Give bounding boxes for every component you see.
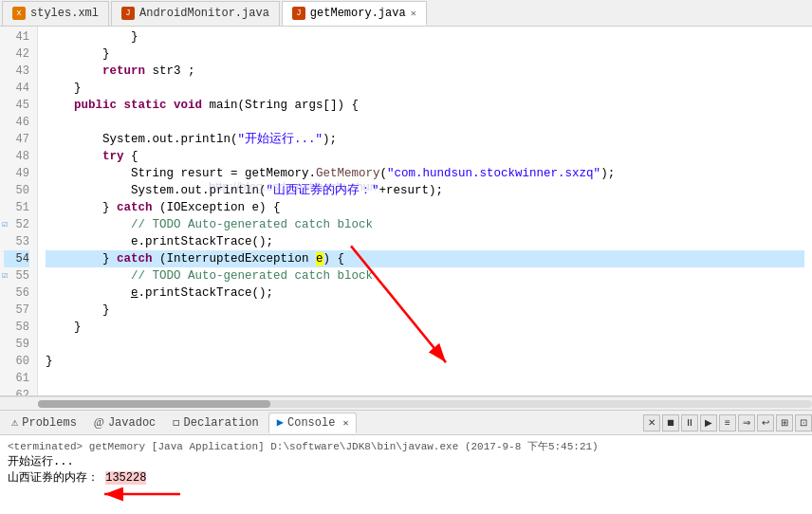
code-ln-61 bbox=[46, 370, 804, 387]
output-line2: 山西证券的内存： 135228 bbox=[8, 469, 804, 486]
code-ln-43: return str3 ; bbox=[46, 63, 804, 80]
ln-43: 43 bbox=[4, 63, 29, 80]
java-icon-memory: J bbox=[292, 7, 305, 20]
java-icon-monitor: J bbox=[121, 7, 135, 20]
tab-problems[interactable]: ⚠ Problems bbox=[4, 413, 84, 433]
bottom-panel: ⚠ Problems @ Javadoc ◻ Declaration ▶ Con… bbox=[0, 410, 812, 514]
forward-button[interactable]: ⇒ bbox=[738, 414, 755, 431]
ln-42: 42 bbox=[4, 46, 29, 63]
ln-46: 46 bbox=[4, 114, 29, 131]
code-ln-46 bbox=[46, 114, 804, 131]
xml-icon: x bbox=[12, 7, 26, 20]
console-icon: ▶ bbox=[277, 415, 284, 430]
code-editor: 41 42 43 44 45 46 47 48 49 50 51 52 53 5… bbox=[0, 27, 812, 396]
ln-54: 54 bbox=[4, 250, 29, 267]
line-numbers: 41 42 43 44 45 46 47 48 49 50 51 52 53 5… bbox=[0, 27, 38, 395]
code-ln-57: } bbox=[46, 302, 804, 319]
code-ln-53: e.printStackTrace(); bbox=[46, 233, 804, 250]
tab-styles-xml[interactable]: x styles.xml bbox=[2, 1, 109, 26]
tab-label-styles: styles.xml bbox=[30, 7, 99, 20]
tab-label-monitor: AndroidMonitor.java bbox=[139, 7, 269, 20]
ln-57: 57 bbox=[4, 302, 29, 319]
code-ln-58: } bbox=[46, 319, 804, 336]
code-ln-42: } bbox=[46, 46, 804, 63]
ln-56: 56 bbox=[4, 285, 29, 302]
ln-59: 59 bbox=[4, 336, 29, 353]
console-close-icon[interactable]: ✕ bbox=[342, 417, 348, 429]
output-prefix: 山西证券的内存： bbox=[8, 471, 105, 485]
ln-47: 47 bbox=[4, 131, 29, 148]
code-ln-41: } bbox=[46, 28, 804, 46]
ln-49: 49 bbox=[4, 165, 29, 182]
tab-console[interactable]: ▶ Console ✕ bbox=[268, 413, 358, 433]
pin-button[interactable]: ↩ bbox=[757, 414, 774, 431]
output-line1: 开始运行... bbox=[8, 453, 804, 469]
code-ln-54: } catch (InterruptedException e) { bbox=[46, 250, 804, 267]
tab-android-monitor[interactable]: J AndroidMonitor.java bbox=[111, 1, 280, 26]
problems-label: Problems bbox=[22, 416, 77, 430]
ln-62: 62 bbox=[4, 387, 29, 396]
ln-60: 60 bbox=[4, 353, 29, 370]
declaration-label: Declaration bbox=[184, 416, 259, 430]
code-ln-56: e.printStackTrace(); bbox=[46, 285, 804, 302]
ln-61: 61 bbox=[4, 370, 29, 387]
console-label: Console bbox=[287, 416, 335, 430]
code-ln-55: // TODO Auto-generated catch block bbox=[46, 267, 804, 285]
ln-53: 53 bbox=[4, 233, 29, 250]
ln-58: 58 bbox=[4, 319, 29, 336]
javadoc-label: Javadoc bbox=[108, 416, 156, 430]
terminate-button[interactable]: ⏹ bbox=[662, 414, 679, 431]
tab-label-memory: getMemory.java bbox=[310, 7, 406, 20]
run-button[interactable]: ▶ bbox=[700, 414, 717, 431]
javadoc-icon: @ bbox=[94, 415, 104, 430]
ln-45: 45 bbox=[4, 97, 29, 114]
tab-get-memory[interactable]: J getMemory.java ✕ bbox=[282, 1, 427, 26]
ln-44: 44 bbox=[4, 80, 29, 97]
ln-55: 55 bbox=[4, 267, 29, 285]
code-ln-59 bbox=[46, 336, 804, 353]
code-ln-50: System.out.println("山西证券的内存："+resurt); bbox=[46, 182, 804, 199]
scroll-button[interactable]: ⊡ bbox=[795, 414, 812, 431]
horizontal-scrollbar[interactable] bbox=[0, 396, 812, 410]
output-value: 135228 bbox=[105, 471, 146, 485]
suspend-button[interactable]: ⏸ bbox=[681, 414, 698, 431]
new-console-button[interactable]: ⊞ bbox=[776, 414, 793, 431]
problems-icon: ⚠ bbox=[11, 415, 18, 430]
stop-button[interactable]: ✕ bbox=[643, 414, 660, 431]
code-ln-48: try { bbox=[46, 148, 804, 165]
code-content[interactable]: } } return str3 ; } public static void m… bbox=[38, 27, 812, 395]
ln-41: 41 bbox=[4, 28, 29, 46]
bottom-toolbar: ✕ ⏹ ⏸ ▶ ≡ ⇒ ↩ ⊞ ⊡ bbox=[643, 414, 812, 431]
terminated-line: <terminated> getMemory [Java Application… bbox=[8, 439, 804, 453]
code-ln-60: } bbox=[46, 353, 804, 370]
code-ln-51: } catch (IOException e) { bbox=[46, 199, 804, 216]
menu-button[interactable]: ≡ bbox=[719, 414, 736, 431]
tab-bar: x styles.xml J AndroidMonitor.java J get… bbox=[0, 0, 812, 27]
bottom-panel-wrapper: ⚠ Problems @ Javadoc ◻ Declaration ▶ Con… bbox=[0, 410, 812, 514]
tab-javadoc[interactable]: @ Javadoc bbox=[86, 413, 163, 433]
ln-48: 48 bbox=[4, 148, 29, 165]
ln-51: 51 bbox=[4, 199, 29, 216]
code-ln-49: String resurt = getMemory.GetMemory("com… bbox=[46, 165, 804, 182]
tab-declaration[interactable]: ◻ Declaration bbox=[165, 413, 266, 433]
code-ln-52: // TODO Auto-generated catch block bbox=[46, 216, 804, 233]
bottom-tabs: ⚠ Problems @ Javadoc ◻ Declaration ▶ Con… bbox=[0, 411, 812, 435]
code-ln-62 bbox=[46, 387, 804, 395]
code-ln-47: System.out.println("开始运行..."); bbox=[46, 131, 804, 148]
tab-close-icon[interactable]: ✕ bbox=[411, 8, 416, 19]
code-ln-45: public static void main(String args[]) { bbox=[46, 97, 804, 114]
ln-50: 50 bbox=[4, 182, 29, 199]
ln-52: 52 bbox=[4, 216, 29, 233]
console-output[interactable]: <terminated> getMemory [Java Application… bbox=[0, 435, 812, 514]
declaration-icon: ◻ bbox=[173, 415, 179, 430]
code-ln-44: } bbox=[46, 80, 804, 97]
